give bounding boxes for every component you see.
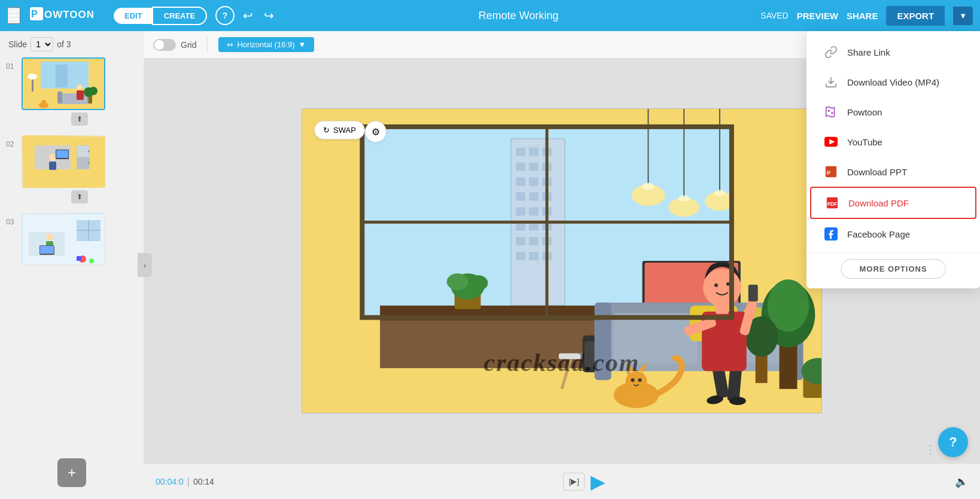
svg-point-87	[678, 195, 689, 201]
svg-text:P: P	[31, 9, 38, 19]
svg-rect-105	[595, 303, 611, 380]
svg-point-121	[729, 397, 746, 405]
svg-point-126	[703, 269, 741, 307]
svg-rect-77	[516, 252, 525, 260]
volume-icon[interactable]: 🔈	[955, 475, 968, 488]
more-options-button[interactable]: MORE OPTIONS	[841, 259, 945, 279]
slide-number-select[interactable]: 1 2 3	[31, 37, 53, 51]
slide-thumb-wrap-3	[22, 213, 138, 266]
add-slide-button[interactable]: +	[57, 458, 86, 487]
play-step-button[interactable]: [▶]	[563, 473, 585, 491]
svg-point-39	[88, 162, 90, 164]
export-download-ppt[interactable]: P Download PPT	[810, 157, 976, 187]
svg-text:OWTOON: OWTOON	[44, 9, 95, 20]
download-mp4-label: Download Video (MP4)	[847, 77, 939, 87]
edit-create-toggle: EDIT CREATE	[114, 7, 207, 25]
sidebar-collapse-button[interactable]: ‹	[138, 253, 152, 277]
help-fab[interactable]: ?	[938, 427, 968, 457]
svg-rect-66	[529, 192, 538, 200]
time-separator: |	[187, 476, 190, 487]
slide-num-3: 03	[6, 213, 17, 226]
facebook-label: Facebook Page	[847, 229, 910, 239]
slide-header: Slide 1 2 3 of 3	[0, 37, 144, 57]
svg-rect-78	[529, 252, 538, 260]
import-icon-1[interactable]: ⬆	[71, 112, 88, 126]
svg-point-20	[77, 84, 83, 90]
svg-rect-21	[77, 90, 84, 100]
svg-point-86	[642, 183, 654, 190]
svg-point-42	[46, 233, 53, 241]
download-pdf-label: Download PDF	[848, 198, 909, 208]
download-pdf-icon: PDF	[824, 195, 840, 211]
export-youtube[interactable]: YouTube	[810, 127, 976, 157]
slide-thumb-wrap-1: ⬆	[22, 57, 138, 126]
slide-num-1: 01	[6, 57, 17, 71]
import-icon-2[interactable]: ⬆	[71, 190, 88, 203]
slide-2-add-icon: ⬆	[22, 190, 138, 203]
slide-thumbnail-2[interactable]	[22, 135, 105, 188]
help-dots[interactable]: ⋮	[925, 443, 936, 456]
orientation-button[interactable]: ⇔ Horizontal (16:9) ▼	[218, 37, 314, 52]
time-current: 00:04:0	[156, 477, 184, 486]
svg-rect-107	[614, 313, 697, 364]
svg-point-38	[88, 151, 90, 153]
play-button[interactable]: ▶	[591, 472, 605, 491]
help-button-topbar[interactable]: ?	[215, 6, 235, 25]
export-share-link[interactable]: Share Link	[810, 37, 976, 67]
slide-thumbnail-3[interactable]	[22, 213, 105, 266]
svg-text:P: P	[827, 170, 830, 176]
svg-point-23	[41, 100, 46, 105]
canvas-frame[interactable]: ↻ SWAP ⚙	[302, 108, 822, 413]
svg-rect-34	[56, 150, 68, 158]
svg-rect-75	[529, 237, 538, 245]
svg-point-134	[631, 378, 635, 382]
preview-button[interactable]: PREVIEW	[797, 11, 838, 21]
powtoon-label: Powtoon	[847, 107, 882, 117]
svg-rect-74	[516, 237, 525, 245]
share-button[interactable]: SHARE	[847, 11, 878, 21]
youtube-icon	[823, 134, 839, 150]
grid-toggle-switch[interactable]	[153, 39, 176, 51]
svg-point-28	[89, 87, 98, 95]
presentation-title: Remote Working	[479, 10, 559, 22]
export-divider	[806, 252, 980, 253]
edit-button[interactable]: EDIT	[114, 8, 153, 24]
svg-text:PDF: PDF	[827, 202, 838, 207]
swap-icon: ↻	[323, 126, 330, 135]
export-download-mp4[interactable]: Download Video (MP4)	[810, 67, 976, 97]
topbar-right: SAVED PREVIEW SHARE EXPORT ▼	[760, 6, 973, 26]
hamburger-menu[interactable]: ☰	[7, 7, 20, 24]
export-button[interactable]: EXPORT	[886, 6, 945, 26]
time-total: 00:14	[193, 477, 214, 486]
export-facebook[interactable]: Facebook Page	[810, 219, 976, 249]
svg-rect-68	[516, 207, 525, 215]
create-button[interactable]: CREATE	[152, 7, 207, 25]
share-link-icon	[823, 44, 839, 60]
svg-point-131	[626, 371, 647, 392]
time-display: 00:04:0 | 00:14	[156, 476, 214, 487]
svg-point-88	[714, 190, 725, 196]
svg-point-101	[447, 273, 468, 290]
export-download-pdf[interactable]: PDF Download PDF	[810, 187, 976, 219]
svg-point-31	[49, 154, 56, 161]
svg-rect-32	[49, 162, 56, 170]
svg-rect-56	[516, 148, 525, 156]
svg-rect-18	[57, 92, 62, 104]
export-powtoon[interactable]: Powtoon	[810, 97, 976, 127]
orientation-label: Horizontal (16:9)	[237, 40, 294, 49]
orientation-arrow: ▼	[299, 40, 306, 49]
orientation-icon: ⇔	[227, 40, 233, 49]
sidebar: Slide 1 2 3 of 3 01	[0, 31, 144, 499]
scene-svg	[302, 109, 821, 413]
slide-of-text: of 3	[57, 39, 71, 49]
svg-point-5	[831, 112, 833, 114]
svg-point-47	[89, 258, 94, 263]
slide-thumbnail-1[interactable]	[22, 57, 105, 110]
export-dropdown-button[interactable]: ▼	[953, 7, 973, 25]
settings-button[interactable]: ⚙	[365, 121, 386, 142]
undo-button[interactable]: ↩	[241, 6, 255, 25]
swap-button[interactable]: ↻ SWAP	[314, 121, 365, 139]
download-ppt-label: Download PPT	[847, 167, 907, 177]
saved-status: SAVED	[760, 11, 788, 20]
redo-button[interactable]: ↪	[261, 6, 276, 25]
